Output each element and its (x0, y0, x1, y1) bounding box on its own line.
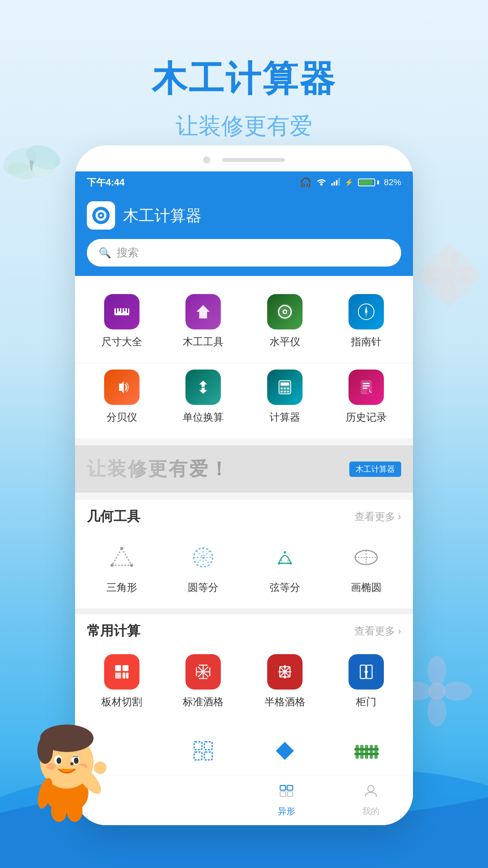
tool-shuiping[interactable]: 水平仪 (246, 288, 324, 355)
app-icon (87, 201, 115, 230)
zhinan-label: 指南针 (351, 335, 382, 349)
svg-point-74 (284, 666, 286, 668)
circle-div-label: 圆等分 (188, 581, 218, 594)
divider1 (75, 609, 413, 614)
svg-point-17 (442, 682, 472, 701)
calc-more[interactable]: 查看更多 › (354, 624, 401, 638)
calc-half-grid[interactable]: 半格酒格 (246, 648, 324, 715)
half-grid-label: 半格酒格 (264, 695, 305, 709)
tab-mine-label: 我的 (362, 805, 380, 817)
geo-section-header: 几何工具 查看更多 › (75, 500, 413, 530)
tool-jisuanqi[interactable]: 计算器 (246, 363, 324, 430)
chord-div-label: 弦等分 (270, 581, 300, 594)
calc-section-header: 常用计算 查看更多 › (75, 614, 413, 644)
chicun-icon (104, 294, 139, 329)
svg-point-104 (46, 763, 56, 770)
ellipse-label: 画椭圆 (351, 581, 382, 594)
svg-point-103 (74, 758, 79, 764)
calc-title: 常用计算 (87, 622, 140, 640)
app-content: 尺寸大全 木工工具 (75, 276, 413, 825)
lishi-label: 历史记录 (346, 410, 387, 424)
geo-chord-div[interactable]: 弦等分 (246, 533, 324, 601)
circle-div-icon (185, 540, 221, 575)
svg-rect-71 (115, 673, 121, 679)
svg-rect-86 (365, 745, 368, 759)
speaker-dot (203, 156, 210, 164)
geo-more-text: 查看更多 (354, 510, 395, 524)
cabinet-door-icon (349, 654, 384, 690)
svg-rect-50 (363, 388, 367, 389)
danwei-icon (185, 370, 221, 405)
svg-rect-90 (354, 753, 379, 755)
status-time: 下午4:44 (87, 176, 125, 189)
search-bar[interactable]: 🔍 搜索 (87, 239, 401, 267)
svg-rect-85 (360, 745, 363, 759)
svg-rect-40 (281, 383, 289, 386)
banner-badge: 木工计算器 (349, 462, 401, 477)
svg-point-110 (51, 800, 67, 822)
svg-rect-92 (287, 785, 293, 790)
board-cut-icon (104, 654, 139, 690)
header-area: 木工计算器 让装修更有爱 (0, 0, 488, 142)
mugong-icon (185, 294, 221, 329)
jisuanqi-icon (267, 370, 303, 405)
fence-icon-bottom[interactable] (328, 727, 405, 775)
svg-rect-48 (363, 383, 370, 384)
calc-grid: 板材切割 标准酒格 (75, 644, 413, 723)
svg-point-43 (287, 388, 289, 390)
search-placeholder: 搜索 (117, 245, 139, 260)
tool-fenbei[interactable]: 分贝仪 (83, 363, 161, 430)
geo-more[interactable]: 查看更多 › (354, 510, 401, 524)
chicun-label: 尺寸大全 (101, 335, 142, 349)
sub-title: 让装修更有爱 (0, 111, 488, 142)
svg-rect-70 (123, 665, 128, 671)
svg-point-54 (110, 564, 114, 567)
calc-more-text: 查看更多 (354, 624, 395, 638)
svg-rect-88 (374, 745, 378, 759)
flower-decoration-top (409, 236, 488, 314)
tab-mine[interactable]: 我的 (328, 783, 413, 817)
svg-rect-80 (194, 742, 202, 750)
svg-rect-72 (123, 673, 125, 679)
tool-chicun[interactable]: 尺寸大全 (83, 288, 161, 355)
svg-rect-69 (115, 665, 121, 671)
triangle-icon (104, 540, 139, 575)
svg-point-52 (120, 547, 123, 550)
tab-yixing[interactable]: 异形 (244, 783, 328, 817)
tools-grid-row2: 分贝仪 单位换算 (75, 363, 413, 438)
jisuanqi-label: 计算器 (270, 410, 300, 424)
status-icons: 🎧 ⚡ 82% (300, 177, 401, 188)
yixing-icon-bottom[interactable] (165, 727, 242, 775)
banner-text: 让装修更有爱！ (87, 456, 230, 482)
svg-rect-82 (194, 752, 202, 760)
diamond-icon-bottom[interactable] (246, 727, 324, 775)
tool-danwei[interactable]: 单位换算 (165, 363, 242, 430)
tool-mugong[interactable]: 木工工具 (165, 288, 242, 355)
yixing-grid-icon (185, 733, 221, 769)
svg-rect-93 (280, 792, 286, 796)
svg-rect-30 (124, 308, 125, 311)
chord-div-icon (267, 540, 303, 575)
calc-standard-grid[interactable]: 标准酒格 (165, 648, 242, 715)
svg-point-75 (284, 676, 286, 678)
calc-chevron-icon: › (398, 625, 401, 637)
geo-circle-div[interactable]: 圆等分 (165, 533, 242, 601)
svg-point-95 (368, 785, 374, 792)
fenbei-label: 分贝仪 (106, 410, 137, 424)
banner: 让装修更有爱！ 木工计算器 (75, 445, 413, 493)
calc-cabinet-door[interactable]: 柜门 (328, 648, 405, 715)
phone-top-bar (75, 145, 413, 171)
svg-rect-29 (121, 308, 123, 313)
svg-rect-84 (356, 745, 359, 759)
diamond-shape-icon (267, 733, 303, 769)
tool-zhinan[interactable]: 指南针 (328, 288, 405, 355)
mine-tab-icon (363, 783, 379, 802)
geo-ellipse[interactable]: 画椭圆 (328, 533, 405, 601)
geo-triangle[interactable]: 三角形 (83, 533, 161, 601)
svg-point-15 (427, 697, 446, 726)
tool-lishi[interactable]: 历史记录 (328, 363, 405, 430)
svg-rect-19 (334, 182, 335, 186)
svg-rect-89 (354, 748, 379, 750)
svg-rect-87 (370, 745, 373, 759)
svg-rect-94 (287, 792, 293, 796)
